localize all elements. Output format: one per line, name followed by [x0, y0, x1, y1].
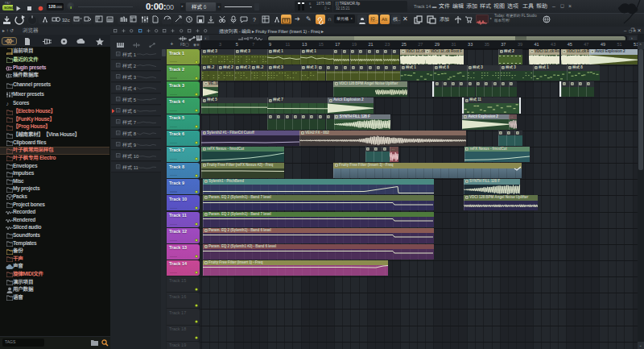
svg-text:?: ?	[253, 17, 256, 23]
svg-text:32c: 32c	[62, 18, 70, 23]
